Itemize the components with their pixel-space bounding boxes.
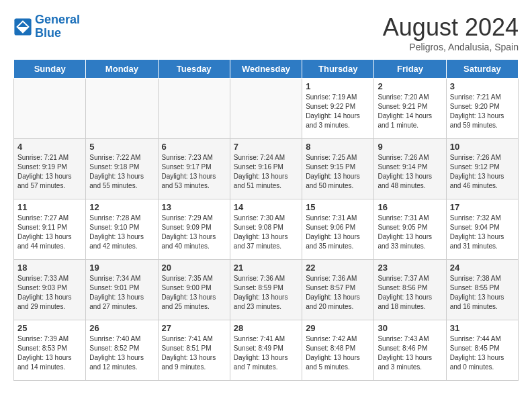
calendar-table: SundayMondayTuesdayWednesdayThursdayFrid…: [13, 59, 519, 381]
day-cell-27: 27Sunrise: 7:41 AM Sunset: 8:51 PM Dayli…: [158, 320, 230, 381]
day-cell-24: 24Sunrise: 7:38 AM Sunset: 8:55 PM Dayli…: [446, 260, 518, 320]
day-cell-7: 7Sunrise: 7:24 AM Sunset: 9:16 PM Daylig…: [230, 139, 302, 199]
day-info: Sunrise: 7:41 AM Sunset: 8:51 PM Dayligh…: [162, 334, 226, 372]
day-number: 6: [162, 142, 226, 152]
day-cell-30: 30Sunrise: 7:43 AM Sunset: 8:46 PM Dayli…: [374, 320, 446, 381]
day-cell-16: 16Sunrise: 7:31 AM Sunset: 9:05 PM Dayli…: [374, 199, 446, 260]
day-number: 31: [450, 323, 515, 333]
day-cell-22: 22Sunrise: 7:36 AM Sunset: 8:57 PM Dayli…: [302, 260, 374, 320]
day-info: Sunrise: 7:32 AM Sunset: 9:04 PM Dayligh…: [450, 214, 515, 251]
logo: General Blue: [13, 13, 80, 40]
day-cell-21: 21Sunrise: 7:36 AM Sunset: 8:59 PM Dayli…: [230, 260, 302, 320]
day-cell-26: 26Sunrise: 7:40 AM Sunset: 8:52 PM Dayli…: [86, 320, 158, 381]
day-info: Sunrise: 7:19 AM Sunset: 9:22 PM Dayligh…: [306, 93, 370, 130]
day-info: Sunrise: 7:43 AM Sunset: 8:46 PM Dayligh…: [378, 334, 442, 372]
day-number: 25: [17, 323, 82, 333]
week-row-4: 18Sunrise: 7:33 AM Sunset: 9:03 PM Dayli…: [14, 260, 519, 320]
day-info: Sunrise: 7:23 AM Sunset: 9:17 PM Dayligh…: [162, 153, 226, 191]
day-cell-12: 12Sunrise: 7:28 AM Sunset: 9:10 PM Dayli…: [86, 199, 158, 260]
day-number: 16: [378, 202, 442, 212]
title-block: August 2024 Peligros, Andalusia, Spain: [383, 13, 519, 52]
day-info: Sunrise: 7:41 AM Sunset: 8:49 PM Dayligh…: [234, 334, 298, 372]
header-cell-saturday: Saturday: [446, 60, 518, 79]
day-number: 1: [306, 81, 370, 91]
day-info: Sunrise: 7:27 AM Sunset: 9:11 PM Dayligh…: [17, 214, 82, 251]
day-info: Sunrise: 7:21 AM Sunset: 9:20 PM Dayligh…: [450, 93, 515, 130]
day-cell-18: 18Sunrise: 7:33 AM Sunset: 9:03 PM Dayli…: [14, 260, 86, 320]
day-cell-31: 31Sunrise: 7:44 AM Sunset: 8:45 PM Dayli…: [446, 320, 518, 381]
day-cell-15: 15Sunrise: 7:31 AM Sunset: 9:06 PM Dayli…: [302, 199, 374, 260]
day-info: Sunrise: 7:44 AM Sunset: 8:45 PM Dayligh…: [450, 334, 515, 372]
day-info: Sunrise: 7:35 AM Sunset: 9:00 PM Dayligh…: [162, 274, 226, 312]
day-cell-13: 13Sunrise: 7:29 AM Sunset: 9:09 PM Dayli…: [158, 199, 230, 260]
day-number: 15: [306, 202, 370, 212]
day-number: 13: [162, 202, 226, 212]
day-number: 17: [450, 202, 515, 212]
header-cell-monday: Monday: [86, 60, 158, 79]
day-cell-empty: [230, 79, 302, 139]
day-info: Sunrise: 7:40 AM Sunset: 8:52 PM Dayligh…: [89, 334, 154, 372]
header-cell-sunday: Sunday: [14, 60, 86, 79]
week-row-2: 4Sunrise: 7:21 AM Sunset: 9:19 PM Daylig…: [14, 139, 519, 199]
day-cell-8: 8Sunrise: 7:25 AM Sunset: 9:15 PM Daylig…: [302, 139, 374, 199]
day-number: 14: [234, 202, 298, 212]
day-cell-17: 17Sunrise: 7:32 AM Sunset: 9:04 PM Dayli…: [446, 199, 518, 260]
day-number: 7: [234, 142, 298, 152]
day-cell-29: 29Sunrise: 7:42 AM Sunset: 8:48 PM Dayli…: [302, 320, 374, 381]
day-number: 11: [17, 202, 82, 212]
day-cell-11: 11Sunrise: 7:27 AM Sunset: 9:11 PM Dayli…: [14, 199, 86, 260]
week-row-3: 11Sunrise: 7:27 AM Sunset: 9:11 PM Dayli…: [14, 199, 519, 260]
day-cell-6: 6Sunrise: 7:23 AM Sunset: 9:17 PM Daylig…: [158, 139, 230, 199]
day-number: 27: [162, 323, 226, 333]
logo-icon: [13, 17, 32, 36]
page-header: General Blue August 2024 Peligros, Andal…: [13, 13, 519, 52]
day-cell-empty: [86, 79, 158, 139]
day-number: 21: [234, 263, 298, 273]
day-number: 20: [162, 263, 226, 273]
day-number: 23: [378, 263, 442, 273]
day-cell-14: 14Sunrise: 7:30 AM Sunset: 9:08 PM Dayli…: [230, 199, 302, 260]
day-number: 4: [17, 142, 82, 152]
day-info: Sunrise: 7:24 AM Sunset: 9:16 PM Dayligh…: [234, 153, 298, 191]
day-info: Sunrise: 7:34 AM Sunset: 9:01 PM Dayligh…: [89, 274, 154, 312]
week-row-5: 25Sunrise: 7:39 AM Sunset: 8:53 PM Dayli…: [14, 320, 519, 381]
header-cell-wednesday: Wednesday: [230, 60, 302, 79]
header-cell-friday: Friday: [374, 60, 446, 79]
day-number: 8: [306, 142, 370, 152]
day-info: Sunrise: 7:36 AM Sunset: 8:57 PM Dayligh…: [306, 274, 370, 312]
day-cell-25: 25Sunrise: 7:39 AM Sunset: 8:53 PM Dayli…: [14, 320, 86, 381]
day-cell-3: 3Sunrise: 7:21 AM Sunset: 9:20 PM Daylig…: [446, 79, 518, 139]
day-cell-empty: [158, 79, 230, 139]
day-cell-23: 23Sunrise: 7:37 AM Sunset: 8:56 PM Dayli…: [374, 260, 446, 320]
day-cell-9: 9Sunrise: 7:26 AM Sunset: 9:14 PM Daylig…: [374, 139, 446, 199]
day-number: 18: [17, 263, 82, 273]
day-number: 3: [450, 81, 515, 91]
day-info: Sunrise: 7:30 AM Sunset: 9:08 PM Dayligh…: [234, 214, 298, 251]
day-info: Sunrise: 7:33 AM Sunset: 9:03 PM Dayligh…: [17, 274, 82, 312]
day-info: Sunrise: 7:42 AM Sunset: 8:48 PM Dayligh…: [306, 334, 370, 372]
header-cell-thursday: Thursday: [302, 60, 374, 79]
logo-text: General Blue: [35, 13, 80, 40]
week-row-1: 1Sunrise: 7:19 AM Sunset: 9:22 PM Daylig…: [14, 79, 519, 139]
day-info: Sunrise: 7:39 AM Sunset: 8:53 PM Dayligh…: [17, 334, 82, 372]
day-number: 24: [450, 263, 515, 273]
day-number: 12: [89, 202, 154, 212]
logo-line1: General: [35, 13, 80, 26]
day-info: Sunrise: 7:26 AM Sunset: 9:12 PM Dayligh…: [450, 153, 515, 191]
header-row: SundayMondayTuesdayWednesdayThursdayFrid…: [14, 60, 519, 79]
day-number: 9: [378, 142, 442, 152]
day-info: Sunrise: 7:20 AM Sunset: 9:21 PM Dayligh…: [378, 93, 442, 130]
day-info: Sunrise: 7:22 AM Sunset: 9:18 PM Dayligh…: [89, 153, 154, 191]
day-number: 2: [378, 81, 442, 91]
day-number: 26: [89, 323, 154, 333]
day-cell-4: 4Sunrise: 7:21 AM Sunset: 9:19 PM Daylig…: [14, 139, 86, 199]
day-info: Sunrise: 7:28 AM Sunset: 9:10 PM Dayligh…: [89, 214, 154, 251]
day-cell-19: 19Sunrise: 7:34 AM Sunset: 9:01 PM Dayli…: [86, 260, 158, 320]
day-cell-20: 20Sunrise: 7:35 AM Sunset: 9:00 PM Dayli…: [158, 260, 230, 320]
day-info: Sunrise: 7:36 AM Sunset: 8:59 PM Dayligh…: [234, 274, 298, 312]
day-cell-28: 28Sunrise: 7:41 AM Sunset: 8:49 PM Dayli…: [230, 320, 302, 381]
day-cell-5: 5Sunrise: 7:22 AM Sunset: 9:18 PM Daylig…: [86, 139, 158, 199]
day-number: 5: [89, 142, 154, 152]
location: Peligros, Andalusia, Spain: [383, 42, 519, 52]
day-info: Sunrise: 7:29 AM Sunset: 9:09 PM Dayligh…: [162, 214, 226, 251]
